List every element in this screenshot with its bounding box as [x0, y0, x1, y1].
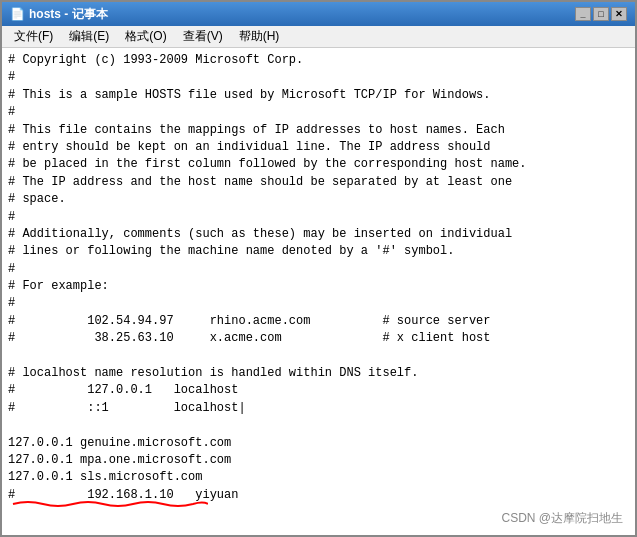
text-line: # The IP address and the host name shoul…	[8, 174, 629, 191]
text-line: # 127.0.0.1 localhost	[8, 382, 629, 399]
text-line: # 102.54.94.97 rhino.acme.com # source s…	[8, 313, 629, 330]
title-bar-left: 📄 hosts - 记事本	[10, 6, 108, 23]
text-line: # 192.168.1.10 yiyuan	[8, 487, 629, 504]
text-line: #	[8, 295, 629, 312]
text-line	[8, 417, 629, 434]
text-line: # ::1 localhost|	[8, 400, 629, 417]
text-line: #	[8, 261, 629, 278]
text-line: # localhost name resolution is handled w…	[8, 365, 629, 382]
title-bar-buttons: _ □ ✕	[575, 7, 627, 21]
text-content: # Copyright (c) 1993-2009 Microsoft Corp…	[8, 52, 629, 504]
text-line: # 38.25.63.10 x.acme.com # x client host	[8, 330, 629, 347]
title-bar: 📄 hosts - 记事本 _ □ ✕	[2, 2, 635, 26]
text-editor-area[interactable]: # Copyright (c) 1993-2009 Microsoft Corp…	[2, 48, 635, 535]
text-line: # space.	[8, 191, 629, 208]
text-line: # lines or following the machine name de…	[8, 243, 629, 260]
menu-file[interactable]: 文件(F)	[6, 26, 61, 47]
text-line: 127.0.0.1 mpa.one.microsoft.com	[8, 452, 629, 469]
text-line: 127.0.0.1 genuine.microsoft.com	[8, 435, 629, 452]
text-line: # For example:	[8, 278, 629, 295]
text-line: # Additionally, comments (such as these)…	[8, 226, 629, 243]
menu-help[interactable]: 帮助(H)	[231, 26, 288, 47]
text-line: # entry should be kept on an individual …	[8, 139, 629, 156]
text-line: #	[8, 209, 629, 226]
close-button[interactable]: ✕	[611, 7, 627, 21]
notepad-window: 📄 hosts - 记事本 _ □ ✕ 文件(F) 编辑(E) 格式(O) 查看…	[0, 0, 637, 537]
text-line	[8, 348, 629, 365]
text-line: #	[8, 104, 629, 121]
text-line: #	[8, 69, 629, 86]
menu-format[interactable]: 格式(O)	[117, 26, 174, 47]
menu-bar: 文件(F) 编辑(E) 格式(O) 查看(V) 帮助(H)	[2, 26, 635, 48]
text-line: # Copyright (c) 1993-2009 Microsoft Corp…	[8, 52, 629, 69]
maximize-button[interactable]: □	[593, 7, 609, 21]
text-line: # This file contains the mappings of IP …	[8, 122, 629, 139]
annotated-line: # 192.168.1.10 yiyuan	[8, 487, 238, 504]
notepad-icon: 📄	[10, 7, 25, 21]
window-title: hosts - 记事本	[29, 6, 108, 23]
text-line: # be placed in the first column followed…	[8, 156, 629, 173]
minimize-button[interactable]: _	[575, 7, 591, 21]
menu-edit[interactable]: 编辑(E)	[61, 26, 117, 47]
menu-view[interactable]: 查看(V)	[175, 26, 231, 47]
text-line: # This is a sample HOSTS file used by Mi…	[8, 87, 629, 104]
text-line: 127.0.0.1 sls.microsoft.com	[8, 469, 629, 486]
watermark: CSDN @达摩院扫地生	[501, 510, 623, 527]
